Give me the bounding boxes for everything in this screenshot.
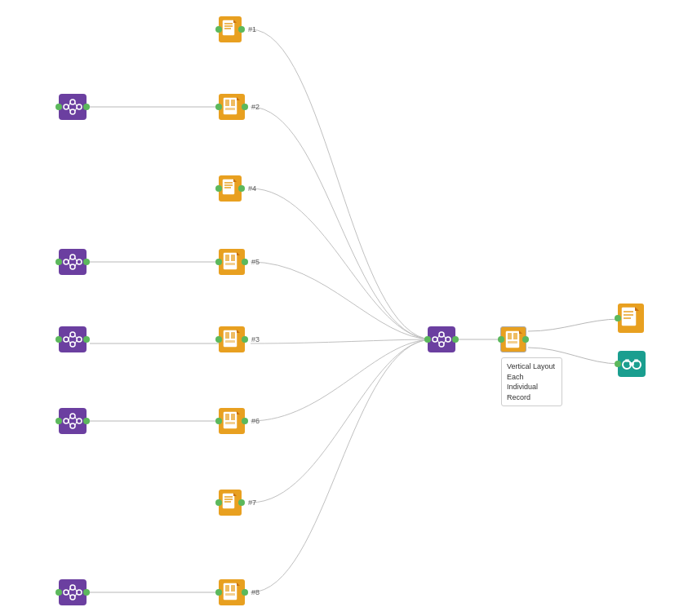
split-node-2[interactable] (59, 249, 87, 275)
svg-point-59 (70, 414, 75, 419)
svg-rect-69 (225, 422, 235, 424)
svg-marker-31 (233, 179, 237, 182)
layout-node-5[interactable]: #5 (219, 249, 245, 275)
split-node-5[interactable] (59, 579, 87, 605)
svg-line-94 (437, 339, 439, 343)
svg-marker-57 (237, 330, 240, 333)
svg-point-48 (77, 337, 82, 342)
svg-rect-42 (231, 255, 235, 261)
svg-line-21 (75, 108, 77, 111)
svg-line-39 (75, 263, 77, 266)
svg-point-46 (70, 332, 75, 337)
svg-marker-88 (237, 583, 240, 586)
svg-point-14 (64, 104, 69, 109)
svg-line-51 (75, 335, 77, 339)
svg-line-80 (69, 588, 70, 592)
svg-line-65 (75, 422, 77, 425)
svg-point-76 (64, 590, 69, 595)
svg-point-17 (77, 104, 82, 109)
svg-point-58 (64, 419, 69, 423)
workflow-canvas: #1 (0, 0, 688, 616)
main-layout-node[interactable] (500, 326, 526, 352)
svg-marker-26 (237, 97, 240, 100)
svg-point-89 (433, 337, 437, 342)
svg-line-62 (69, 417, 70, 421)
svg-marker-13 (233, 20, 237, 23)
svg-line-82 (75, 588, 77, 592)
layout-node-2[interactable]: #2 (219, 94, 245, 120)
svg-marker-70 (237, 411, 240, 414)
node-tooltip: Vertical Layout Each Individual Record (501, 357, 562, 406)
svg-rect-54 (225, 332, 229, 339)
split-node-4[interactable] (59, 408, 87, 434)
connections-layer (0, 0, 688, 616)
svg-rect-41 (225, 255, 229, 261)
svg-rect-55 (231, 332, 235, 339)
svg-line-38 (75, 258, 77, 261)
svg-point-61 (77, 419, 82, 423)
svg-rect-98 (508, 333, 512, 339)
svg-line-18 (69, 103, 70, 107)
svg-rect-43 (225, 263, 235, 265)
svg-line-96 (444, 340, 446, 343)
split-node-1[interactable] (59, 94, 87, 120)
layout-node-3[interactable]: #3 (219, 326, 245, 352)
output-doc-node[interactable] (618, 304, 644, 333)
svg-rect-25 (225, 108, 235, 110)
svg-line-64 (75, 417, 77, 420)
svg-point-90 (439, 332, 444, 337)
svg-point-78 (70, 595, 75, 600)
svg-point-91 (439, 342, 444, 347)
svg-line-37 (69, 262, 70, 266)
svg-marker-101 (519, 330, 522, 334)
svg-line-19 (69, 107, 70, 111)
svg-line-36 (69, 258, 70, 262)
svg-rect-110 (625, 359, 629, 362)
svg-rect-102 (622, 308, 636, 326)
svg-rect-99 (513, 333, 517, 339)
svg-rect-109 (629, 362, 634, 366)
split-node-3[interactable] (59, 326, 87, 352)
svg-point-60 (70, 423, 75, 428)
svg-rect-100 (508, 341, 517, 343)
svg-point-35 (77, 259, 82, 264)
layout-node-8[interactable]: #8 (219, 579, 245, 605)
svg-point-15 (70, 100, 75, 104)
svg-rect-67 (225, 414, 229, 420)
svg-point-92 (446, 337, 451, 342)
svg-rect-86 (231, 585, 235, 592)
svg-point-79 (77, 590, 82, 595)
svg-rect-56 (225, 340, 235, 343)
layout-node-6[interactable]: #6 (219, 408, 245, 434)
svg-line-93 (437, 335, 439, 339)
svg-line-50 (69, 339, 70, 343)
svg-line-49 (69, 335, 70, 339)
svg-rect-68 (231, 414, 235, 420)
svg-marker-44 (237, 252, 240, 255)
svg-rect-111 (634, 359, 638, 362)
svg-rect-27 (223, 179, 234, 194)
svg-rect-71 (223, 494, 234, 508)
svg-rect-24 (231, 100, 235, 106)
svg-point-33 (70, 255, 75, 259)
output-binoculars-node[interactable] (618, 351, 646, 377)
main-split-node[interactable] (428, 326, 455, 352)
svg-point-34 (70, 264, 75, 269)
svg-marker-106 (635, 307, 639, 311)
svg-marker-75 (233, 493, 237, 496)
svg-rect-23 (225, 100, 229, 106)
svg-rect-87 (225, 593, 235, 596)
svg-line-95 (444, 335, 446, 339)
svg-line-52 (75, 340, 77, 343)
doc-node-7[interactable]: #7 (219, 490, 242, 516)
svg-line-63 (69, 421, 70, 425)
svg-point-32 (64, 259, 69, 264)
svg-line-83 (75, 593, 77, 596)
svg-rect-9 (223, 20, 234, 35)
doc-node-1[interactable]: #1 (219, 16, 242, 42)
svg-point-77 (70, 585, 75, 590)
svg-line-20 (75, 103, 77, 106)
svg-line-81 (69, 592, 70, 596)
svg-point-47 (70, 342, 75, 347)
doc-node-4[interactable]: #4 (219, 175, 242, 202)
